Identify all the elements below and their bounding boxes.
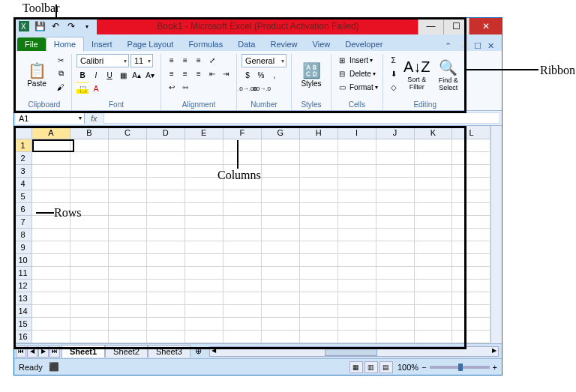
cell[interactable]	[338, 190, 376, 203]
delete-cells-button[interactable]: ⊟Delete▾	[336, 67, 378, 79]
cell[interactable]	[147, 229, 185, 241]
merge-center-icon[interactable]: ⇿	[179, 81, 191, 93]
clear-icon[interactable]: ◇	[388, 81, 400, 93]
format-cells-button[interactable]: ▭Format▾	[336, 81, 378, 93]
cell[interactable]	[224, 203, 262, 216]
bold-button[interactable]: B	[76, 69, 88, 81]
column-header[interactable]: L	[452, 126, 490, 139]
cell[interactable]	[452, 305, 490, 318]
cell[interactable]	[300, 165, 338, 178]
cell[interactable]	[452, 139, 490, 152]
align-top-icon[interactable]: ≡	[166, 54, 178, 66]
row-header[interactable]: 8	[14, 229, 32, 241]
row-header[interactable]: 4	[14, 178, 32, 190]
cell[interactable]	[262, 190, 300, 203]
cell[interactable]	[70, 305, 109, 318]
sheet-nav-last-icon[interactable]: ⏭	[50, 346, 60, 358]
sheet-nav-prev-icon[interactable]: ◀	[27, 346, 38, 358]
cell[interactable]	[185, 203, 224, 216]
cell[interactable]	[32, 254, 70, 267]
cell[interactable]	[300, 178, 338, 190]
horizontal-scrollbar[interactable]: ◀▶	[209, 346, 499, 357]
cell[interactable]	[109, 305, 147, 318]
cell[interactable]	[262, 254, 300, 267]
cut-icon[interactable]: ✂	[55, 54, 67, 66]
cell[interactable]	[300, 203, 338, 216]
cell[interactable]	[452, 267, 490, 280]
cell[interactable]	[338, 241, 376, 254]
cell[interactable]	[109, 318, 147, 331]
cell[interactable]	[70, 152, 109, 165]
cell[interactable]	[109, 152, 147, 165]
cell[interactable]	[109, 203, 147, 216]
cell[interactable]	[415, 254, 453, 267]
cell[interactable]	[147, 331, 185, 343]
cell[interactable]	[70, 331, 109, 343]
row-header[interactable]: 10	[14, 254, 32, 267]
row-header[interactable]: 13	[14, 292, 32, 305]
close-button[interactable]: ✕	[469, 18, 502, 34]
cell[interactable]	[32, 178, 70, 190]
cell[interactable]	[224, 305, 262, 318]
cell[interactable]	[185, 139, 224, 152]
cell[interactable]	[147, 254, 185, 267]
increase-font-icon[interactable]: A▴	[130, 69, 142, 81]
cell[interactable]	[452, 229, 490, 241]
cell[interactable]	[224, 331, 262, 343]
cell[interactable]	[109, 165, 147, 178]
cell[interactable]	[224, 139, 262, 152]
cell[interactable]	[224, 152, 262, 165]
cell[interactable]	[185, 241, 224, 254]
cell[interactable]	[109, 229, 147, 241]
cell[interactable]	[147, 267, 185, 280]
orientation-icon[interactable]: ⤢	[206, 54, 218, 66]
cell[interactable]	[224, 216, 262, 229]
cell[interactable]	[415, 165, 453, 178]
cell[interactable]	[70, 267, 109, 280]
cell[interactable]	[452, 152, 490, 165]
cell[interactable]	[376, 152, 415, 165]
tab-insert[interactable]: Insert	[84, 37, 120, 51]
underline-button[interactable]: U	[104, 69, 116, 81]
cell[interactable]	[338, 318, 376, 331]
cell[interactable]	[185, 318, 224, 331]
cell[interactable]	[185, 292, 224, 305]
sheet-tab-3[interactable]: Sheet3	[148, 345, 190, 358]
page-layout-view-icon[interactable]: ▥	[364, 361, 378, 373]
cell[interactable]	[338, 292, 376, 305]
macro-record-icon[interactable]: ⬛	[49, 362, 59, 372]
cell[interactable]	[338, 267, 376, 280]
cell[interactable]	[32, 152, 70, 165]
fill-icon[interactable]: ⬇	[388, 67, 400, 79]
cell[interactable]	[338, 165, 376, 178]
cell[interactable]	[147, 241, 185, 254]
copy-icon[interactable]: ⧉	[55, 67, 67, 79]
cell[interactable]	[376, 254, 415, 267]
cell[interactable]	[147, 152, 185, 165]
cell[interactable]	[415, 152, 453, 165]
cell[interactable]	[415, 305, 453, 318]
row-header[interactable]: 7	[14, 216, 32, 229]
cell[interactable]	[338, 229, 376, 241]
formula-input[interactable]	[104, 112, 500, 124]
cell[interactable]	[185, 152, 224, 165]
undo-icon[interactable]: ↶	[49, 19, 62, 33]
cell[interactable]	[70, 254, 109, 267]
cell[interactable]	[376, 203, 415, 216]
cell[interactable]	[262, 331, 300, 343]
cell[interactable]	[262, 280, 300, 292]
percent-format-icon[interactable]: %	[255, 69, 267, 81]
cell[interactable]	[300, 229, 338, 241]
row-header[interactable]: 14	[14, 305, 32, 318]
cell[interactable]	[147, 280, 185, 292]
cell[interactable]	[147, 305, 185, 318]
row-header[interactable]: 5	[14, 190, 32, 203]
cell[interactable]	[300, 241, 338, 254]
cell[interactable]	[70, 280, 109, 292]
column-header[interactable]: C	[109, 126, 147, 139]
column-header[interactable]: A	[32, 126, 70, 139]
cell[interactable]	[224, 229, 262, 241]
cell[interactable]	[262, 292, 300, 305]
find-select-button[interactable]: 🔍 Find & Select	[434, 54, 463, 95]
cell[interactable]	[262, 139, 300, 152]
